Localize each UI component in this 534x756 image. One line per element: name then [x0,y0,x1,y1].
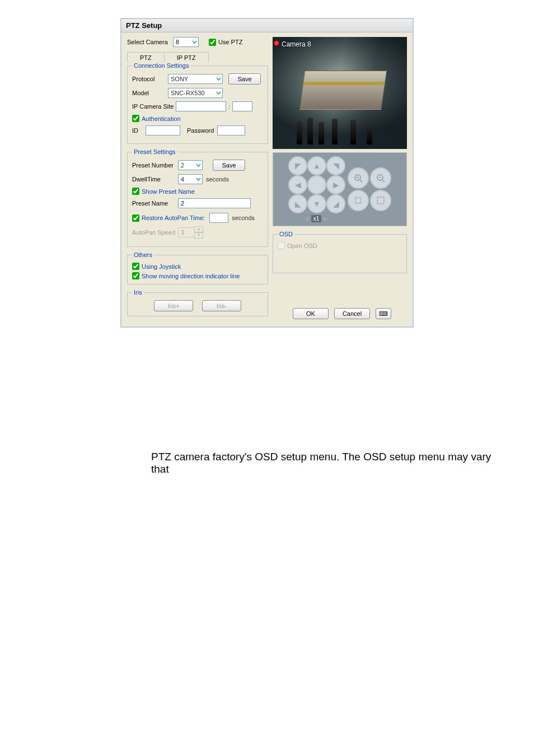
restore-autopan-seconds: seconds [232,214,255,221]
iris-minus-button: Iris- [202,300,241,311]
autopan-speed-up: ▲ [194,226,203,232]
others-group: Others Using Joystick Show moving direct… [127,251,268,284]
preset-number-label: Preset Number [132,162,178,169]
dwell-time-label: DwellTime [132,176,178,183]
tab-ip-ptz[interactable]: IP PTZ [164,52,209,63]
svg-line-5 [382,180,385,182]
tab-ptz[interactable]: PTZ [127,52,165,63]
recording-icon [274,40,279,46]
preset-save-button[interactable]: Save [213,160,245,171]
show-direction-line-label: Show moving direction indicator line [142,273,240,279]
connection-settings-group: Connection Settings Protocol SONY Save M… [127,62,268,144]
autopan-speed-label: AutoPan Speed [132,229,178,236]
focus-near-button[interactable] [348,190,369,211]
protocol-dropdown[interactable]: SONY [168,74,223,84]
ptz-up-left-button[interactable]: ◤ [288,156,307,175]
zoom-in-button[interactable] [348,167,369,189]
dwell-seconds-label: seconds [206,176,229,183]
show-direction-line-check[interactable] [132,272,139,279]
preset-name-input[interactable] [178,198,251,208]
ptz-right-button[interactable]: ▶ [326,175,345,194]
chevron-down-icon [192,40,197,45]
svg-rect-7 [355,198,361,203]
show-direction-line-checkbox[interactable]: Show moving direction indicator line [132,272,263,279]
select-camera-label: Select Camera [127,39,173,45]
ip-camera-site-label: IP Camera Site [132,103,176,110]
ptz-down-right-button[interactable]: ◢ [326,194,345,213]
ptz-down-left-button[interactable]: ◣ [288,194,307,213]
preset-number-value: 2 [181,162,184,169]
ptz-center-button[interactable] [307,175,326,194]
preset-settings-legend: Preset Settings [132,148,177,155]
ip-camera-port-input[interactable] [232,101,252,111]
use-ptz-label: Use PTZ [218,39,242,45]
using-joystick-check[interactable] [132,263,139,270]
dwell-time-dropdown[interactable]: 4 [178,174,203,184]
iris-group: Iris Iris+ Iris- [127,289,268,316]
use-ptz-check[interactable] [209,39,216,46]
connection-save-button[interactable]: Save [228,73,261,85]
protocol-value: SONY [171,76,188,82]
preset-name-label: Preset Name [132,200,178,207]
iris-plus-button: Iris+ [154,300,193,311]
others-legend: Others [132,251,154,258]
password-input[interactable] [217,125,245,136]
ptz-up-button[interactable]: ▲ [307,156,326,175]
ptz-speed-label: x1 [311,215,322,222]
speed-next-icon[interactable]: ▶ [324,214,329,222]
chevron-down-icon [216,77,221,82]
model-dropdown[interactable]: SNC-RX530 [168,88,223,98]
model-label: Model [132,90,168,96]
osd-legend: OSD [278,231,294,237]
model-value: SNC-RX530 [171,90,205,96]
document-caption: PTZ camera factory's OSD setup menu. The… [34,451,500,475]
connection-settings-legend: Connection Settings [132,62,190,69]
restore-autopan-checkbox[interactable]: Restore AutoPan Time: [132,214,205,222]
restore-autopan-check[interactable] [132,214,139,222]
speed-prev-icon[interactable]: ◀ [304,214,309,222]
authentication-label: Authentication [142,115,181,122]
ptz-control-pad: ◤ ▲ ◥ ◀ ▶ ◣ ▼ ◢ [273,152,407,226]
window-title: PTZ Setup [121,19,413,32]
preview-train [299,71,387,110]
show-preset-name-check[interactable] [132,188,139,195]
chevron-down-icon [196,177,201,182]
show-preset-name-checkbox[interactable]: Show Preset Name [132,188,263,195]
zoom-out-button[interactable] [370,167,391,189]
using-joystick-checkbox[interactable]: Using Joystick [132,263,263,270]
preset-settings-group: Preset Settings Preset Number 2 Save Dwe… [127,148,268,247]
ip-port-separator: : [228,103,230,110]
open-osd-label: Open OSD [287,242,317,249]
restore-autopan-input[interactable] [209,213,228,223]
osd-group: OSD Open OSD [273,231,407,273]
ptz-down-button[interactable]: ▼ [307,194,326,213]
ptz-up-right-button[interactable]: ◥ [326,156,345,175]
focus-far-button[interactable] [370,190,391,211]
ptz-left-button[interactable]: ◀ [288,175,307,194]
chevron-down-icon [216,91,221,96]
ok-button[interactable]: OK [293,308,329,319]
autopan-speed-down: ▼ [194,232,203,239]
keyboard-button[interactable]: ⌨ [376,308,391,319]
svg-rect-8 [377,197,384,204]
use-ptz-checkbox[interactable]: Use PTZ [209,39,242,46]
authentication-checkbox[interactable]: Authentication [132,115,263,122]
restore-autopan-label: Restore AutoPan Time: [142,214,205,221]
autopan-speed-input [178,227,195,237]
dwell-time-value: 4 [181,176,184,183]
ip-camera-site-input[interactable] [176,101,226,111]
ptz-setup-window: PTZ Setup Select Camera 8 Use PTZ [120,18,414,328]
id-input[interactable] [146,125,180,136]
cancel-button[interactable]: Cancel [334,308,370,319]
protocol-label: Protocol [132,76,168,82]
open-osd-check [278,242,285,249]
id-label: ID [132,127,146,134]
preset-number-dropdown[interactable]: 2 [178,160,203,170]
iris-legend: Iris [132,289,144,296]
preview-camera-label: Camera 8 [282,40,311,48]
authentication-check[interactable] [132,115,139,122]
select-camera-dropdown[interactable]: 8 [173,37,199,47]
keyboard-icon: ⌨ [379,310,388,318]
svg-line-1 [360,180,362,182]
select-camera-value: 8 [176,39,179,45]
